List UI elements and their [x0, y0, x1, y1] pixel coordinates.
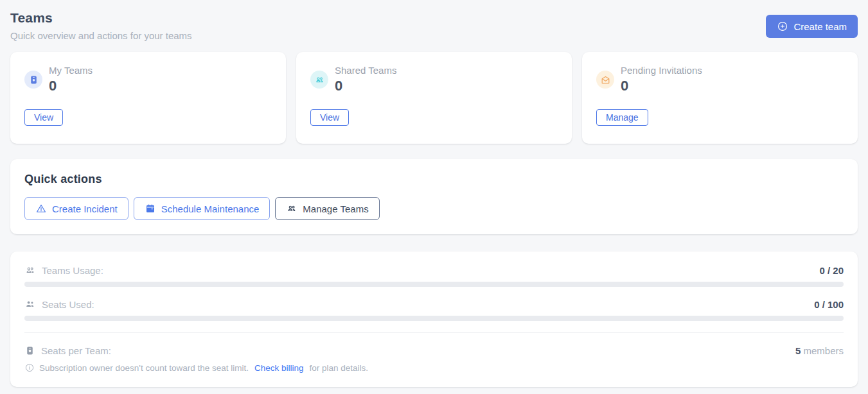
seats-used-row: Seats Used: 0 / 100 [24, 298, 844, 310]
stat-cards-row: My Teams 0 View Shared Teams [10, 52, 858, 144]
usage-divider [24, 332, 844, 333]
mail-open-icon [596, 71, 614, 89]
warning-icon [35, 203, 47, 214]
teams-usage-row: Teams Usage: 0 / 20 [24, 264, 844, 276]
info-icon [24, 363, 35, 373]
stat-label: My Teams [49, 65, 93, 76]
seats-used-value: 0 / 100 [814, 299, 844, 310]
seats-per-team-number: 5 [795, 345, 801, 356]
seats-per-team-value: 5 members [795, 345, 844, 356]
teams-usage-label: Teams Usage: [42, 265, 103, 276]
seats-per-team-unit: members [803, 345, 844, 356]
people-outline-icon [24, 264, 36, 276]
badge-icon [24, 71, 42, 89]
footnote-suffix: for plan details. [310, 363, 369, 373]
page-header: Teams Quick overview and actions for you… [10, 10, 858, 41]
plus-circle-icon [777, 21, 788, 32]
page-header-text: Teams Quick overview and actions for you… [10, 10, 192, 41]
schedule-maintenance-label: Schedule Maintenance [161, 203, 260, 214]
teams-usage-value: 0 / 20 [819, 265, 844, 276]
schedule-maintenance-button[interactable]: Schedule Maintenance [134, 197, 270, 220]
check-billing-link[interactable]: Check billing [254, 363, 304, 373]
stat-value: 0 [49, 78, 93, 94]
usage-card: Teams Usage: 0 / 20 Seats Used: 0 / 100 [10, 252, 858, 387]
seats-used-progressbar [24, 316, 844, 321]
footnote-text: Subscription owner doesn't count toward … [39, 363, 249, 373]
seat-limit-footnote: Subscription owner doesn't count toward … [24, 363, 844, 373]
create-incident-button[interactable]: Create Incident [24, 197, 128, 220]
people-filled-icon [24, 298, 36, 310]
page-title: Teams [10, 10, 192, 26]
view-shared-teams-button[interactable]: View [310, 109, 349, 126]
seats-per-team-label: Seats per Team: [41, 345, 111, 356]
quick-actions-card: Quick actions Create Incident [10, 159, 858, 234]
card-my-teams-text: My Teams 0 [49, 65, 93, 94]
stat-value: 0 [621, 78, 702, 94]
card-shared-teams: Shared Teams 0 View [296, 52, 572, 144]
stat-label: Shared Teams [335, 65, 396, 76]
teams-page: Teams Quick overview and actions for you… [0, 0, 868, 394]
card-my-teams: My Teams 0 View [10, 52, 286, 144]
calendar-icon [145, 203, 156, 214]
card-my-teams-top: My Teams 0 [24, 65, 272, 94]
manage-teams-label: Manage Teams [303, 203, 368, 214]
card-shared-teams-text: Shared Teams 0 [335, 65, 396, 94]
quick-actions-title: Quick actions [24, 173, 844, 186]
people-icon [286, 203, 297, 214]
people-icon [310, 71, 328, 89]
seats-per-team-left: Seats per Team: [24, 345, 111, 356]
view-my-teams-button[interactable]: View [24, 109, 63, 126]
seats-per-team-row: Seats per Team: 5 members [24, 345, 844, 356]
card-shared-teams-top: Shared Teams 0 [310, 65, 558, 94]
page-subtitle: Quick overview and actions for your team… [10, 30, 192, 41]
create-incident-label: Create Incident [52, 203, 118, 214]
stat-label: Pending Invitations [621, 65, 702, 76]
teams-usage-progressbar [24, 282, 844, 287]
seats-used-label: Seats Used: [42, 299, 94, 310]
card-pending-invitations: Pending Invitations 0 Manage [582, 52, 858, 144]
create-team-label: Create team [793, 21, 847, 32]
create-team-button[interactable]: Create team [766, 15, 858, 38]
stat-value: 0 [335, 78, 396, 94]
manage-teams-button[interactable]: Manage Teams [275, 197, 379, 220]
quick-actions-row: Create Incident Schedule Maintenance [24, 197, 844, 220]
badge-filled-icon [24, 345, 35, 356]
card-pending-invitations-top: Pending Invitations 0 [596, 65, 844, 94]
card-pending-invitations-text: Pending Invitations 0 [621, 65, 702, 94]
seats-used-left: Seats Used: [24, 298, 94, 310]
manage-invitations-button[interactable]: Manage [596, 109, 648, 126]
teams-usage-left: Teams Usage: [24, 264, 103, 276]
